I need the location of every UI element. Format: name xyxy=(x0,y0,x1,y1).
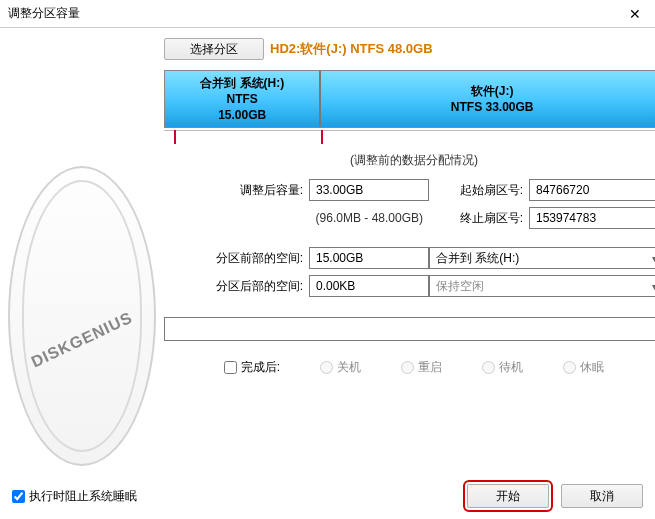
close-icon: ✕ xyxy=(629,6,641,22)
rear-space-label: 分区后部的空间: xyxy=(194,278,309,295)
radio-standby[interactable]: 待机 xyxy=(482,359,523,376)
cancel-button[interactable]: 取消 xyxy=(561,484,643,508)
front-space-select-value: 合并到 系统(H:) xyxy=(436,250,519,267)
close-button[interactable]: ✕ xyxy=(615,0,655,28)
front-space-input[interactable] xyxy=(309,247,429,269)
front-space-select[interactable]: 合并到 系统(H:) ▾ xyxy=(429,247,655,269)
end-sector-label: 终止扇区号: xyxy=(429,210,529,227)
rear-space-input[interactable] xyxy=(309,275,429,297)
start-sector-input[interactable] xyxy=(529,179,655,201)
after-complete-checkbox[interactable]: 完成后: xyxy=(224,359,280,376)
after-complete-row: 完成后: 关机 重启 待机 休眠 xyxy=(164,359,655,376)
prevent-sleep-label: 执行时阻止系统睡眠 xyxy=(29,488,137,505)
radio-restart[interactable]: 重启 xyxy=(401,359,442,376)
partition-b-title: 软件(J:) xyxy=(471,83,514,99)
main-panel: 选择分区 HD2:软件(J:) NTFS 48.0GB 合并到 系统(H:) N… xyxy=(164,28,655,474)
partition-segment-merge[interactable]: 合并到 系统(H:) NTFS 15.00GB xyxy=(165,71,321,127)
marker-split xyxy=(321,130,323,144)
rear-space-select-value: 保持空闲 xyxy=(436,278,484,295)
select-partition-button[interactable]: 选择分区 xyxy=(164,38,264,60)
start-button[interactable]: 开始 xyxy=(467,484,549,508)
adjusted-size-input[interactable] xyxy=(309,179,429,201)
radio-shutdown[interactable]: 关机 xyxy=(320,359,361,376)
select-partition-row: 选择分区 HD2:软件(J:) NTFS 48.0GB xyxy=(164,36,655,62)
brand-text: DISKGENIUS xyxy=(29,308,136,371)
adjusted-size-label: 调整后容量: xyxy=(194,182,309,199)
titlebar: 调整分区容量 ✕ xyxy=(0,0,655,28)
marker-start xyxy=(174,130,176,144)
partition-bar[interactable]: 合并到 系统(H:) NTFS 15.00GB 软件(J:) NTFS 33.0… xyxy=(164,70,655,128)
progress-bar xyxy=(164,317,655,341)
window-title: 调整分区容量 xyxy=(8,5,615,22)
partition-a-title: 合并到 系统(H:) xyxy=(200,75,284,91)
partition-segment-software[interactable]: 软件(J:) NTFS 33.00GB xyxy=(321,71,655,127)
end-sector-input[interactable] xyxy=(529,207,655,229)
partition-a-fs: NTFS xyxy=(227,91,258,107)
partition-b-size: NTFS 33.00GB xyxy=(451,99,534,115)
start-sector-label: 起始扇区号: xyxy=(429,182,529,199)
footer-buttons: 开始 取消 xyxy=(467,484,643,508)
prevent-sleep-checkbox[interactable] xyxy=(12,490,25,503)
partition-a-size: 15.00GB xyxy=(218,107,266,123)
allocation-caption: (调整前的数据分配情况) xyxy=(164,152,655,169)
form-grid: 调整后容量: 起始扇区号: (96.0MB - 48.00GB) 终止扇区号: … xyxy=(194,179,655,297)
footer: 执行时阻止系统睡眠 开始 取消 xyxy=(0,474,655,518)
radio-hibernate[interactable]: 休眠 xyxy=(563,359,604,376)
rear-space-select[interactable]: 保持空闲 ▾ xyxy=(429,275,655,297)
range-hint: (96.0MB - 48.00GB) xyxy=(194,211,429,225)
footer-left: 执行时阻止系统睡眠 xyxy=(12,488,467,505)
front-space-label: 分区前部的空间: xyxy=(194,250,309,267)
disk-illustration: DISKGENIUS xyxy=(8,166,156,466)
partition-path: HD2:软件(J:) NTFS 48.0GB xyxy=(270,40,433,58)
partition-underbar xyxy=(164,130,655,144)
sidebar: DISKGENIUS xyxy=(0,28,164,474)
after-complete-checkbox-input[interactable] xyxy=(224,361,237,374)
content: DISKGENIUS 选择分区 HD2:软件(J:) NTFS 48.0GB 合… xyxy=(0,28,655,474)
after-complete-label: 完成后: xyxy=(241,359,280,376)
